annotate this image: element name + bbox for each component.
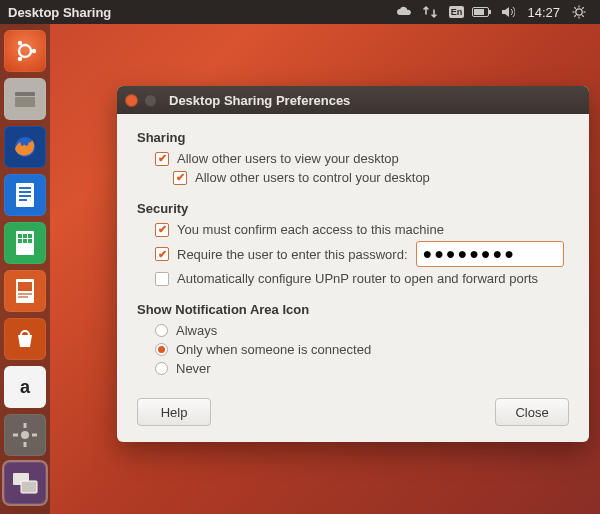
window-close-icon[interactable]	[125, 94, 138, 107]
launcher-writer[interactable]	[4, 174, 46, 216]
svg-rect-25	[18, 234, 22, 238]
svg-line-8	[574, 7, 576, 9]
launcher-settings[interactable]	[4, 414, 46, 456]
app-title: Desktop Sharing	[8, 5, 111, 20]
svg-rect-30	[28, 239, 32, 243]
notify-connected-label: Only when someone is connected	[176, 342, 371, 357]
svg-rect-1	[489, 10, 491, 14]
svg-point-14	[18, 41, 22, 45]
battery-indicator-icon[interactable]	[471, 4, 493, 20]
allow-control-checkbox[interactable]	[173, 171, 187, 185]
svg-point-12	[19, 45, 31, 57]
notify-never-radio[interactable]	[155, 362, 168, 375]
svg-rect-33	[18, 293, 32, 295]
svg-rect-26	[23, 234, 27, 238]
svg-rect-32	[18, 282, 32, 291]
allow-view-checkbox[interactable]	[155, 152, 169, 166]
notification-heading: Show Notification Area Icon	[137, 302, 569, 317]
svg-rect-23	[19, 199, 27, 201]
svg-rect-27	[28, 234, 32, 238]
sound-indicator-icon[interactable]	[497, 4, 519, 20]
notify-always-radio[interactable]	[155, 324, 168, 337]
top-menubar: Desktop Sharing En 14:27	[0, 0, 600, 24]
launcher-files[interactable]	[4, 78, 46, 120]
notify-always-label: Always	[176, 323, 217, 338]
launcher-desktop-sharing[interactable]	[4, 462, 46, 504]
network-indicator-icon[interactable]	[419, 4, 441, 20]
svg-rect-38	[13, 434, 18, 437]
launcher-dash[interactable]	[4, 30, 46, 72]
svg-rect-17	[15, 97, 35, 107]
close-button[interactable]: Close	[495, 398, 569, 426]
svg-rect-16	[15, 92, 35, 96]
clock[interactable]: 14:27	[527, 5, 560, 20]
notify-never-label: Never	[176, 361, 211, 376]
upnp-label: Automatically configure UPnP router to o…	[177, 271, 538, 286]
launcher-amazon[interactable]: a	[4, 366, 46, 408]
svg-point-15	[18, 57, 22, 61]
svg-rect-39	[32, 434, 37, 437]
svg-line-11	[582, 7, 584, 9]
svg-line-9	[582, 15, 584, 17]
svg-point-35	[21, 431, 29, 439]
launcher-firefox[interactable]	[4, 126, 46, 168]
svg-rect-34	[18, 296, 28, 298]
allow-view-label: Allow other users to view your desktop	[177, 151, 399, 166]
svg-point-3	[576, 9, 582, 15]
cloud-indicator-icon[interactable]	[393, 4, 415, 20]
svg-rect-2	[474, 9, 484, 15]
confirm-access-checkbox[interactable]	[155, 223, 169, 237]
confirm-access-label: You must confirm each access to this mac…	[177, 222, 444, 237]
launcher-calc[interactable]	[4, 222, 46, 264]
upnp-checkbox[interactable]	[155, 272, 169, 286]
notify-connected-radio[interactable]	[155, 343, 168, 356]
dialog-title: Desktop Sharing Preferences	[169, 93, 350, 108]
password-field[interactable]	[416, 241, 564, 267]
security-heading: Security	[137, 201, 569, 216]
svg-point-13	[32, 49, 36, 53]
dialog-titlebar[interactable]: Desktop Sharing Preferences	[117, 86, 589, 114]
svg-rect-29	[23, 239, 27, 243]
sharing-heading: Sharing	[137, 130, 569, 145]
svg-rect-22	[19, 195, 31, 197]
help-button[interactable]: Help	[137, 398, 211, 426]
svg-rect-28	[18, 239, 22, 243]
svg-rect-21	[19, 191, 31, 193]
svg-rect-20	[19, 187, 31, 189]
allow-control-label: Allow other users to control your deskto…	[195, 170, 430, 185]
window-minimize-icon[interactable]	[144, 94, 157, 107]
svg-line-10	[574, 15, 576, 17]
launcher-software[interactable]	[4, 318, 46, 360]
unity-launcher: a	[0, 24, 50, 514]
session-indicator-icon[interactable]	[568, 4, 590, 20]
svg-rect-36	[24, 423, 27, 428]
svg-rect-41	[21, 481, 37, 493]
require-password-checkbox[interactable]	[155, 247, 169, 261]
preferences-dialog: Desktop Sharing Preferences Sharing Allo…	[117, 86, 589, 442]
keyboard-indicator-icon[interactable]: En	[445, 4, 467, 20]
require-password-label: Require the user to enter this password:	[177, 247, 408, 262]
svg-rect-37	[24, 442, 27, 447]
launcher-impress[interactable]	[4, 270, 46, 312]
